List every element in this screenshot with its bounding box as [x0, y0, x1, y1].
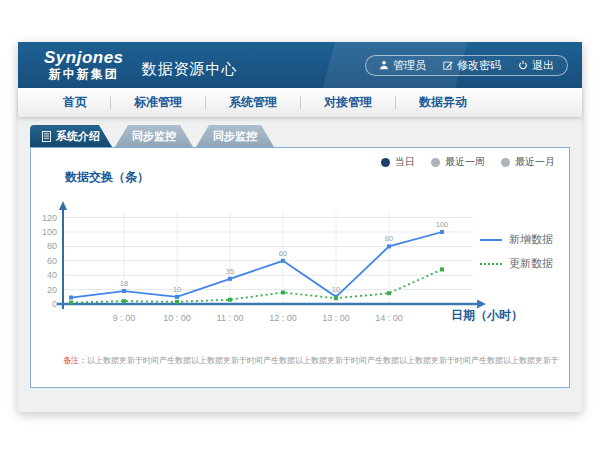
tab-system-intro[interactable]: 系统介绍	[30, 125, 112, 147]
nav-item-data-change[interactable]: 数据异动	[396, 94, 490, 111]
tab-sync-monitor-1[interactable]: 同步监控	[115, 125, 193, 147]
legend-item-new-data: 新增数据	[480, 232, 553, 247]
radio-selected-icon	[381, 158, 390, 167]
footnote: 备注：以上数据更新于时间产生数据以上数据更新于时间产生数据以上数据更新于时间产生…	[63, 355, 561, 366]
radio-last-week[interactable]: 最近一周	[431, 155, 485, 169]
svg-text:10: 10	[173, 285, 181, 294]
svg-text:60: 60	[47, 256, 57, 266]
svg-text:10 : 00: 10 : 00	[163, 313, 191, 323]
change-password-button[interactable]: 修改密码	[443, 58, 501, 73]
chart-panel: 当日 最近一周 最近一月 数据交换（条） 0204060801001209 : …	[30, 147, 570, 388]
chart-legend: 新增数据 更新数据	[480, 232, 553, 280]
svg-text:35: 35	[226, 267, 234, 276]
radio-label: 当日	[395, 155, 415, 169]
nav-item-standard-mgmt[interactable]: 标准管理	[111, 94, 205, 111]
svg-text:100: 100	[42, 227, 57, 237]
radio-label: 最近一周	[445, 155, 485, 169]
legend-line-solid-icon	[480, 239, 502, 241]
logo-text: Synjones	[44, 49, 124, 68]
radio-label: 最近一月	[515, 155, 555, 169]
svg-text:100: 100	[436, 220, 449, 229]
tab-label: 同步监控	[213, 129, 257, 144]
logo-subtext: 新中新集团	[44, 68, 124, 81]
user-label: 管理员	[393, 58, 426, 73]
user-menu: 管理员 修改密码 退出	[365, 55, 568, 76]
y-axis-title: 数据交换（条）	[65, 169, 149, 186]
svg-text:12 : 00: 12 : 00	[269, 313, 297, 323]
user-icon	[379, 60, 389, 70]
change-password-label: 修改密码	[457, 58, 501, 73]
svg-text:80: 80	[47, 241, 57, 251]
app-window: Synjones 新中新集团 数据资源中心 管理员 修改密码 退出	[18, 42, 582, 412]
user-button[interactable]: 管理员	[379, 58, 426, 73]
nav-item-connect-mgmt[interactable]: 对接管理	[301, 94, 395, 111]
line-chart: 0204060801001209 : 0010 : 0011 : 0012 : …	[31, 186, 511, 338]
svg-text:120: 120	[42, 213, 57, 223]
svg-text:20: 20	[47, 285, 57, 295]
logout-button[interactable]: 退出	[518, 58, 554, 73]
logout-label: 退出	[532, 58, 554, 73]
tab-label: 系统介绍	[56, 129, 100, 144]
radio-unselected-icon	[431, 158, 440, 167]
main-nav: 首页 标准管理 系统管理 对接管理 数据异动	[18, 88, 582, 117]
radio-today[interactable]: 当日	[381, 155, 415, 169]
legend-label: 新增数据	[509, 232, 553, 247]
footnote-text: 以上数据更新于时间产生数据以上数据更新于时间产生数据以上数据更新于时间产生数据以…	[87, 356, 559, 365]
svg-text:11 : 00: 11 : 00	[217, 313, 244, 323]
x-axis-title: 日期（小时）	[451, 307, 523, 324]
legend-label: 更新数据	[509, 256, 553, 271]
legend-item-updated-data: 更新数据	[480, 256, 553, 271]
radio-last-month[interactable]: 最近一月	[501, 155, 555, 169]
time-range-filter: 当日 最近一周 最近一月	[381, 155, 555, 169]
svg-text:14 : 00: 14 : 00	[375, 313, 403, 323]
svg-text:13 : 00: 13 : 00	[322, 313, 350, 323]
page-background: Synjones 新中新集团 数据资源中心 管理员 修改密码 退出	[0, 0, 600, 450]
svg-text:10: 10	[332, 285, 340, 294]
radio-unselected-icon	[501, 158, 510, 167]
logo: Synjones 新中新集团	[44, 49, 124, 81]
svg-text:18: 18	[120, 279, 128, 288]
page-title: 数据资源中心	[142, 60, 238, 79]
tab-bar: 系统介绍 同步监控 同步监控	[18, 117, 582, 147]
power-icon	[518, 60, 528, 70]
svg-text:40: 40	[47, 270, 57, 280]
svg-text:60: 60	[279, 249, 287, 258]
legend-line-dotted-icon	[480, 263, 502, 265]
app-header: Synjones 新中新集团 数据资源中心 管理员 修改密码 退出	[18, 42, 582, 88]
nav-item-home[interactable]: 首页	[40, 94, 110, 111]
svg-text:80: 80	[385, 234, 393, 243]
tab-label: 同步监控	[132, 129, 176, 144]
content-area: 系统介绍 同步监控 同步监控 当日 最近一周	[18, 117, 582, 412]
document-icon	[42, 131, 51, 142]
nav-item-system-mgmt[interactable]: 系统管理	[206, 94, 300, 111]
tab-sync-monitor-2[interactable]: 同步监控	[196, 125, 274, 147]
svg-text:9 : 00: 9 : 00	[113, 313, 136, 323]
svg-text:0: 0	[52, 299, 57, 309]
footnote-prefix: 备注：	[63, 356, 87, 365]
edit-icon	[443, 60, 453, 70]
